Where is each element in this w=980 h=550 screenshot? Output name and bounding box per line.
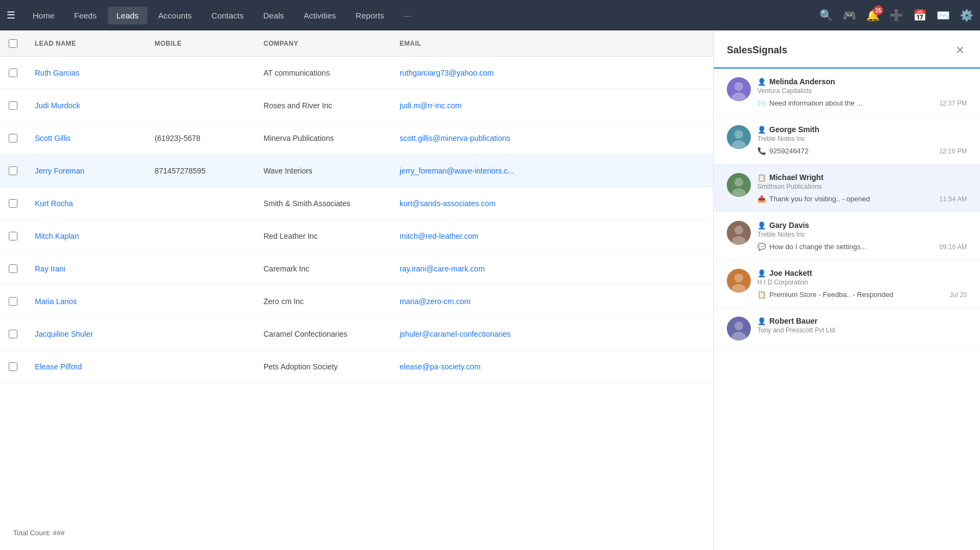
- signal-item-joe[interactable]: 👤 Joe Hackett H I D Corporation 📋 Premiu…: [714, 260, 980, 308]
- avatar: [727, 173, 751, 197]
- email-icon[interactable]: ✉️: [936, 9, 950, 22]
- row-checkbox[interactable]: [9, 297, 17, 306]
- lead-email-link[interactable]: ray.irani@care-mark.com: [400, 264, 485, 273]
- lead-name-link[interactable]: Judi Murdock: [35, 101, 80, 110]
- lead-email-link[interactable]: kurt@sands-associates.com: [400, 199, 495, 208]
- lead-email-link[interactable]: ruthgarciarg73@yahoo.com: [400, 69, 494, 77]
- add-icon[interactable]: ➕: [890, 9, 903, 22]
- row-checkbox[interactable]: [9, 69, 17, 77]
- phone-icon: 📞: [757, 147, 766, 155]
- lead-company: AT communications: [264, 69, 400, 77]
- lead-email-link[interactable]: maria@zero-cm.com: [400, 297, 470, 306]
- panel-signals-list: 👤 Melinda Anderson Ventura Capitalists ✉…: [714, 69, 980, 550]
- nav-right-icons: 🔍 🎮 🔔 15 ➕ 📅 ✉️ ⚙️: [819, 9, 973, 22]
- signal-contact-name: Melinda Anderson: [769, 77, 835, 86]
- nav-item-reports[interactable]: Reports: [347, 7, 393, 24]
- nav-items-list: Home Feeds Leads Accounts Contacts Deals…: [24, 7, 819, 24]
- nav-item-feeds[interactable]: Feeds: [65, 7, 106, 24]
- row-checkbox[interactable]: [9, 362, 17, 371]
- lead-company: Minerva Publications: [264, 134, 400, 143]
- user-icon: 📋: [757, 174, 766, 182]
- row-checkbox[interactable]: [9, 134, 17, 143]
- email-icon: ✉️: [757, 99, 766, 107]
- hamburger-menu-icon[interactable]: ☰: [7, 9, 15, 21]
- signal-message-text: 9259246472: [769, 147, 808, 155]
- user-icon: 👤: [757, 126, 766, 134]
- lead-name-link[interactable]: Maria Larios: [35, 297, 77, 306]
- panel-close-button[interactable]: ✕: [953, 41, 967, 59]
- signal-contact-name: Robert Bauer: [769, 317, 818, 325]
- nav-item-contacts[interactable]: Contacts: [203, 7, 252, 24]
- svg-point-13: [734, 274, 743, 282]
- row-checkbox[interactable]: [9, 232, 17, 240]
- lead-email-link[interactable]: elease@pa-society.com: [400, 362, 481, 371]
- search-icon[interactable]: 🔍: [819, 9, 833, 22]
- lead-email-link[interactable]: jshuler@caramel-confectionaries: [400, 330, 511, 338]
- nav-item-accounts[interactable]: Accounts: [150, 7, 201, 24]
- signal-item-george[interactable]: 👤 George Smith Treble Notes Inc 📞 925924…: [714, 116, 980, 164]
- nav-item-more[interactable]: ···: [395, 7, 420, 24]
- gamepad-icon[interactable]: 🎮: [843, 9, 856, 22]
- select-all-checkbox[interactable]: [9, 39, 17, 48]
- settings-icon[interactable]: ⚙️: [960, 9, 973, 22]
- table-row: Jerry Foreman 871457278595 Wave Interior…: [0, 155, 713, 187]
- lead-name-link[interactable]: Mitch Kaplan: [35, 232, 79, 240]
- signal-company: Tony and Presscott Pvt Ltd: [757, 326, 967, 334]
- nav-item-home[interactable]: Home: [24, 7, 63, 24]
- svg-point-7: [734, 178, 743, 187]
- table-row: Kurt Rocha Smith & Smith Associates kurt…: [0, 187, 713, 220]
- col-header-lead-name: LEAD NAME: [35, 40, 155, 47]
- lead-email-link[interactable]: judi.m@rr-inc.com: [400, 101, 462, 110]
- row-checkbox[interactable]: [9, 264, 17, 273]
- lead-email-link[interactable]: scott.gillis@minerva-publications: [400, 134, 510, 143]
- lead-company: Smith & Smith Associates: [264, 199, 400, 208]
- signal-company: Treble Notes Inc: [757, 135, 967, 143]
- user-icon: 👤: [757, 317, 766, 325]
- calendar-icon[interactable]: 📅: [913, 9, 927, 22]
- nav-item-leads[interactable]: Leads: [108, 7, 148, 24]
- table-row: Judi Murdock Roses and River Inc judi.m@…: [0, 89, 713, 122]
- lead-name-link[interactable]: Jerry Foreman: [35, 166, 84, 175]
- avatar: [727, 269, 751, 293]
- lead-name-link[interactable]: Elease Pilford: [35, 362, 82, 371]
- signal-item-michael[interactable]: 📋 Michael Wright Smithson Publications 📤…: [714, 164, 980, 212]
- row-checkbox[interactable]: [9, 199, 17, 208]
- table-row: Mitch Kaplan Red Leather Inc mitch@red-l…: [0, 220, 713, 252]
- avatar: [727, 125, 751, 149]
- col-header-company: COMPANY: [264, 40, 400, 47]
- user-icon: 👤: [757, 269, 766, 277]
- lead-company: Roses and River Inc: [264, 101, 400, 110]
- lead-company: Red Leather Inc: [264, 232, 400, 240]
- lead-email-link[interactable]: mitch@red-leather.com: [400, 232, 479, 240]
- signal-time: 12:37 PM: [939, 100, 967, 107]
- lead-name-link[interactable]: Ray Irani: [35, 264, 65, 273]
- signal-item-gary[interactable]: 👤 Gary Davis Treble Notes Inc 💬 How do I…: [714, 212, 980, 260]
- lead-email-link[interactable]: jerry_foreman@wave-interiors.c...: [400, 166, 514, 175]
- top-navigation: ☰ Home Feeds Leads Accounts Contacts Dea…: [0, 0, 980, 30]
- signal-item-melinda[interactable]: 👤 Melinda Anderson Ventura Capitalists ✉…: [714, 69, 980, 116]
- lead-company: Caremark Inc: [264, 264, 400, 273]
- row-checkbox[interactable]: [9, 166, 17, 175]
- signal-item-robert[interactable]: 👤 Robert Bauer Tony and Presscott Pvt Lt…: [714, 308, 980, 350]
- lead-name-link[interactable]: Jacquiline Shuler: [35, 330, 93, 338]
- table-row: Scott Gillis (61923)-5678 Minerva Public…: [0, 122, 713, 155]
- main-area: LEAD NAME MOBILE COMPANY EMAIL Ruth Garc…: [0, 30, 980, 550]
- lead-name-link[interactable]: Ruth Garcias: [35, 69, 79, 77]
- nav-item-activities[interactable]: Activities: [295, 7, 345, 24]
- row-checkbox[interactable]: [9, 330, 17, 338]
- panel-header: SalesSignals ✕: [714, 30, 980, 69]
- row-checkbox[interactable]: [9, 101, 17, 110]
- nav-item-deals[interactable]: Deals: [255, 7, 293, 24]
- signal-company: Ventura Capitalists: [757, 87, 967, 95]
- col-header-mobile: MOBILE: [155, 40, 264, 47]
- header-check: [9, 39, 35, 48]
- lead-name-link[interactable]: Kurt Rocha: [35, 199, 73, 208]
- lead-company: Wave Interiors: [264, 166, 400, 175]
- signal-company: Treble Notes Inc: [757, 231, 967, 238]
- lead-name-link[interactable]: Scott Gillis: [35, 134, 71, 143]
- table-row: Maria Larios Zero cm Inc maria@zero-cm.c…: [0, 285, 713, 318]
- email-open-icon: 📤: [757, 195, 766, 203]
- table-row: Elease Pilford Pets Adoption Society ele…: [0, 350, 713, 383]
- signal-contact-name: George Smith: [769, 125, 819, 134]
- notifications-icon[interactable]: 🔔 15: [866, 9, 880, 22]
